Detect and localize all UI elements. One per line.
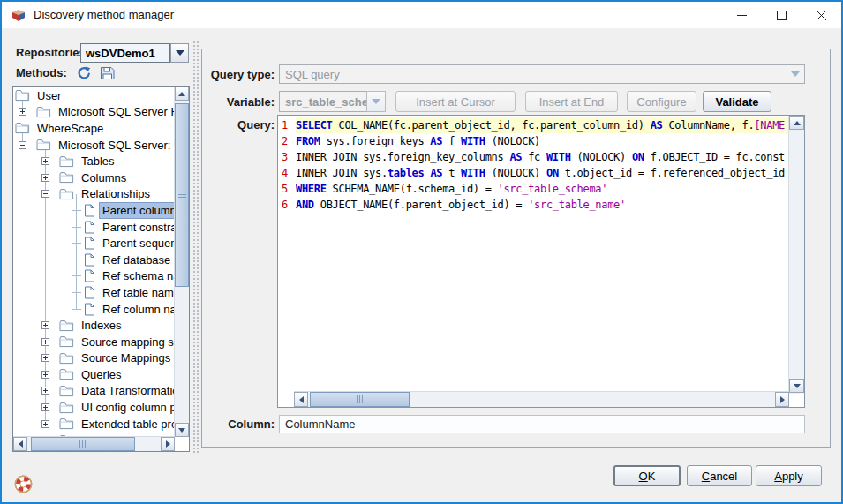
tree-item[interactable]: Microsoft SQL Server HS: 9 bbox=[13, 104, 175, 121]
panel-splitter[interactable] bbox=[192, 41, 199, 453]
expand-icon[interactable] bbox=[41, 157, 49, 165]
expand-icon[interactable] bbox=[41, 371, 49, 379]
tree-item[interactable]: Relationships bbox=[13, 186, 175, 203]
folder-icon bbox=[59, 368, 74, 380]
tree-item-label: Parent sequence bbox=[100, 236, 175, 251]
editor-vertical-scrollbar[interactable] bbox=[788, 116, 804, 394]
scroll-up-button[interactable] bbox=[175, 87, 189, 101]
repositories-dropdown-button[interactable] bbox=[170, 43, 189, 63]
tree-item-label: Extended table properties bbox=[79, 417, 175, 432]
validate-button[interactable]: Validate bbox=[703, 91, 771, 112]
scroll-right-button[interactable] bbox=[161, 437, 175, 451]
methods-label: Methods: bbox=[16, 64, 67, 82]
query-label: Query: bbox=[202, 118, 275, 132]
sql-line: 1SELECT COL_NAME(fc.parent_object_id, fc… bbox=[278, 117, 789, 133]
insert-at-cursor-button[interactable]: Insert at Cursor bbox=[395, 91, 516, 112]
scroll-left-button[interactable] bbox=[294, 392, 308, 407]
close-button[interactable] bbox=[802, 2, 841, 28]
sql-line: 5WHERE SCHEMA_NAME(f.schema_id) = 'src_t… bbox=[278, 181, 789, 197]
tree-item[interactable]: Ref table name bbox=[13, 284, 175, 301]
tree-connector bbox=[72, 260, 81, 260]
scroll-left-button[interactable] bbox=[13, 437, 27, 451]
apply-button[interactable]: Apply bbox=[756, 465, 822, 486]
tree-item[interactable]: UI config column properties bbox=[13, 399, 175, 416]
expand-icon[interactable] bbox=[41, 387, 49, 395]
scrollbar-thumb[interactable] bbox=[31, 437, 135, 451]
expand-icon[interactable] bbox=[41, 420, 49, 428]
sql-text-area[interactable]: 1SELECT COL_NAME(fc.parent_object_id, fc… bbox=[278, 116, 789, 392]
titlebar: Discovery method manager bbox=[2, 2, 841, 28]
tree-item[interactable]: User bbox=[13, 87, 175, 104]
document-icon bbox=[84, 221, 95, 234]
scroll-up-button[interactable] bbox=[789, 116, 804, 130]
tree-connector bbox=[72, 292, 81, 293]
cancel-button[interactable]: Cancel bbox=[687, 465, 752, 486]
save-button[interactable] bbox=[99, 65, 115, 80]
tree-item[interactable]: Columns bbox=[13, 169, 175, 186]
expand-icon[interactable] bbox=[41, 403, 49, 411]
configure-button[interactable]: Configure bbox=[627, 91, 696, 112]
scrollbar-thumb[interactable] bbox=[310, 392, 410, 407]
scroll-down-button[interactable] bbox=[175, 423, 189, 437]
tree-item[interactable]: Ref database name bbox=[13, 252, 175, 268]
tree-item[interactable]: Microsoft SQL Server: 9.0 - bbox=[13, 137, 175, 154]
chevron-down-icon[interactable] bbox=[787, 66, 803, 82]
sql-code: SELECT COL_NAME(fc.parent_object_id, fc.… bbox=[296, 117, 789, 133]
tree-item[interactable]: Extended table properties bbox=[13, 416, 175, 433]
tree-item[interactable]: Parent sequence bbox=[13, 235, 175, 252]
variable-combobox[interactable]: src_table_schema bbox=[279, 91, 367, 112]
expand-icon[interactable] bbox=[19, 108, 26, 116]
refresh-icon bbox=[77, 66, 91, 80]
tree-item-label: Parent constraint name bbox=[100, 220, 175, 235]
tree-item[interactable]: Ref column name bbox=[13, 301, 175, 318]
tree-item[interactable]: Indexes bbox=[13, 317, 175, 334]
scrollbar-thumb[interactable] bbox=[175, 103, 189, 287]
tree-item[interactable]: Queries bbox=[13, 366, 175, 383]
tree-item-label: Ref table name bbox=[100, 285, 175, 300]
scroll-down-button[interactable] bbox=[789, 379, 804, 393]
refresh-button[interactable] bbox=[76, 65, 92, 80]
expand-icon[interactable] bbox=[41, 354, 49, 362]
document-icon bbox=[84, 269, 95, 282]
tree-item[interactable]: Ref schema name bbox=[13, 268, 175, 285]
help-icon[interactable] bbox=[14, 475, 33, 493]
column-label: Column: bbox=[202, 417, 275, 431]
minimize-button[interactable] bbox=[722, 2, 762, 28]
folder-icon bbox=[15, 89, 30, 102]
thumb-grip bbox=[357, 395, 364, 403]
tree-item-label: Tables bbox=[79, 154, 117, 169]
tree-item[interactable]: Data Transformations bbox=[13, 383, 175, 400]
line-number: 2 bbox=[278, 133, 296, 149]
query-type-combobox[interactable]: SQL query bbox=[279, 64, 805, 84]
thumb-grip bbox=[178, 192, 186, 199]
scroll-right-button[interactable] bbox=[775, 392, 789, 407]
expand-icon[interactable] bbox=[41, 338, 49, 346]
tree-item[interactable]: Parent constraint name bbox=[13, 219, 175, 236]
expand-icon[interactable] bbox=[41, 321, 49, 329]
repositories-combobox[interactable]: wsDVDemo1 bbox=[80, 43, 170, 63]
variable-dropdown-button[interactable] bbox=[366, 91, 386, 112]
sql-line: 6AND OBJECT_NAME(f.parent_object_id) = '… bbox=[278, 197, 789, 213]
tree-viewport[interactable]: UserMicrosoft SQL Server HS: 9WhereScape… bbox=[13, 87, 175, 437]
tree-item[interactable]: Tables bbox=[13, 153, 175, 169]
ok-button[interactable]: OK bbox=[613, 465, 681, 486]
expand-icon[interactable] bbox=[41, 174, 49, 182]
sql-code: WHERE SCHEMA_NAME(f.schema_id) = 'src_ta… bbox=[296, 181, 789, 197]
tree-item[interactable]: Parent column name bbox=[13, 202, 175, 219]
maximize-button[interactable] bbox=[762, 2, 802, 28]
collapse-icon[interactable] bbox=[41, 190, 49, 198]
sql-editor[interactable]: 1SELECT COL_NAME(fc.parent_object_id, fc… bbox=[277, 115, 805, 408]
column-field[interactable]: ColumnName bbox=[279, 415, 805, 433]
tree-item[interactable]: Source mapping sets bbox=[13, 334, 175, 350]
method-tree: UserMicrosoft SQL Server HS: 9WhereScape… bbox=[12, 86, 190, 452]
tree-item-label: User bbox=[34, 88, 64, 103]
insert-at-end-button[interactable]: Insert at End bbox=[525, 91, 618, 112]
tree-item-label: Ref schema name bbox=[100, 268, 175, 283]
tree-item-label: Relationships bbox=[79, 186, 153, 201]
tree-item[interactable]: Source Mappings bbox=[13, 350, 175, 367]
collapse-icon[interactable] bbox=[19, 141, 26, 149]
tree-item[interactable]: WhereScape bbox=[13, 120, 175, 137]
tree-item-label: UI config column properties bbox=[79, 400, 175, 415]
tree-item-label: Microsoft SQL Server HS: 9 bbox=[56, 104, 175, 119]
sql-line: 3INNER JOIN sys.foreign_key_columns AS f… bbox=[278, 149, 789, 165]
